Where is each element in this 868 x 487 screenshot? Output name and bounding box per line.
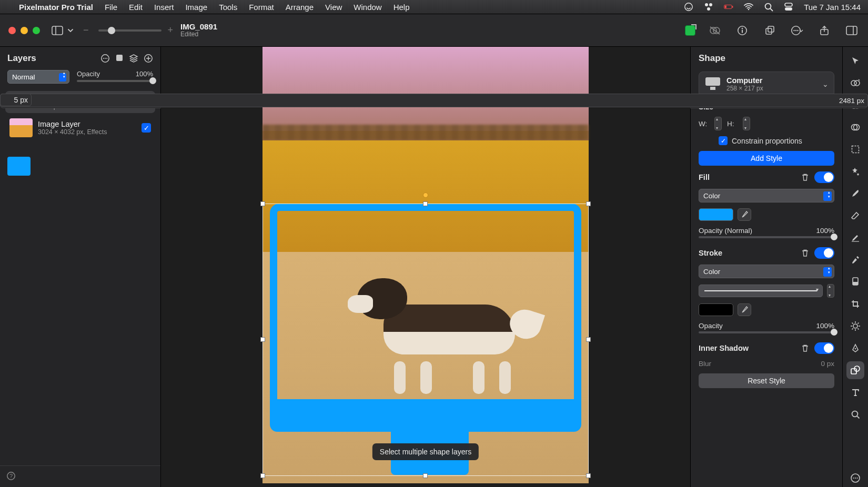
- info-button[interactable]: [734, 23, 750, 38]
- fill-opacity-slider[interactable]: [699, 236, 834, 238]
- figma-status-icon[interactable]: [704, 2, 713, 12]
- blend-mode-select[interactable]: Normal: [7, 70, 69, 84]
- stroke-delete-icon[interactable]: [801, 249, 809, 257]
- menu-file[interactable]: File: [105, 3, 117, 12]
- inner-shadow-delete-icon[interactable]: [801, 344, 809, 352]
- fill-type-select[interactable]: Color: [699, 189, 834, 202]
- svg-point-32: [106, 58, 107, 59]
- tool-zoom[interactable]: [846, 405, 864, 423]
- sidebar-toggle-button[interactable]: [49, 23, 65, 38]
- tool-retouch[interactable]: [846, 229, 864, 247]
- layers-options-icon[interactable]: [100, 54, 110, 63]
- stroke-opacity-value: 100%: [816, 322, 834, 330]
- fill-color-picker-icon[interactable]: [738, 208, 751, 221]
- reset-style-button[interactable]: Reset Style: [699, 373, 834, 388]
- window-close[interactable]: [8, 27, 16, 34]
- stroke-type-select[interactable]: Color: [699, 265, 834, 278]
- menu-help[interactable]: Help: [393, 3, 410, 12]
- document-title[interactable]: IMG_0891 Edited: [180, 23, 217, 37]
- layer-row-image[interactable]: Image Layer 3024 × 4032 px, Effects ✓: [5, 115, 155, 140]
- menu-insert[interactable]: Insert: [154, 3, 174, 12]
- stroke-color-swatch[interactable]: [699, 303, 733, 316]
- stroke-toggle[interactable]: [814, 247, 834, 259]
- tool-style[interactable]: [846, 74, 864, 92]
- battery-icon[interactable]: [724, 2, 733, 12]
- effects-browser-button[interactable]: [707, 23, 723, 38]
- layers-view-thumb-icon[interactable]: [115, 54, 124, 63]
- inner-shadow-toggle[interactable]: [814, 342, 834, 354]
- stroke-opacity-slider[interactable]: [699, 331, 834, 333]
- svg-rect-49: [853, 282, 858, 285]
- inspector-toggle-button[interactable]: [844, 23, 860, 38]
- fill-toggle[interactable]: [814, 171, 834, 183]
- canvas-artboard[interactable]: Select multiple shape layers: [263, 47, 589, 483]
- tool-erase[interactable]: [846, 207, 864, 225]
- app-name-menu[interactable]: Pixelmator Pro Trial: [19, 3, 93, 12]
- more-options-button[interactable]: [789, 23, 805, 38]
- constrain-checkbox[interactable]: ✓: [719, 136, 728, 145]
- svg-text:?: ?: [9, 473, 13, 479]
- fill-opacity-label[interactable]: Opacity (Normal): [699, 227, 752, 235]
- tool-selection[interactable]: [846, 140, 864, 158]
- fill-delete-icon[interactable]: [801, 173, 809, 181]
- add-style-button[interactable]: Add Style: [699, 151, 834, 166]
- tool-repair[interactable]: [846, 163, 864, 180]
- width-label: W:: [699, 120, 709, 128]
- zoom-slider[interactable]: [98, 29, 162, 32]
- layers-add-icon[interactable]: [144, 54, 153, 63]
- height-field[interactable]: 2481 px: [690, 94, 842, 107]
- tool-pen[interactable]: [846, 339, 864, 357]
- tool-color-picker[interactable]: [846, 251, 864, 269]
- svg-line-57: [857, 323, 859, 324]
- menu-format[interactable]: Format: [249, 3, 274, 12]
- svg-rect-47: [852, 241, 859, 242]
- zoom-minus[interactable]: −: [83, 25, 89, 36]
- svg-rect-12: [52, 26, 63, 35]
- menu-view[interactable]: View: [325, 3, 342, 12]
- stroke-style-select[interactable]: [699, 285, 823, 297]
- rotation-handle[interactable]: [423, 192, 428, 198]
- inspector-title: Shape: [699, 53, 834, 64]
- sidebar-options-chevron-icon[interactable]: [65, 23, 76, 38]
- height-stepper[interactable]: [743, 117, 750, 130]
- tool-paint[interactable]: [846, 185, 864, 202]
- layer-visibility-checkbox[interactable]: ✓: [142, 123, 151, 133]
- window-zoom[interactable]: [33, 27, 40, 34]
- menu-image[interactable]: Image: [185, 3, 207, 12]
- stroke-color-picker-icon[interactable]: [738, 303, 751, 316]
- menu-edit[interactable]: Edit: [129, 3, 143, 12]
- menu-tools[interactable]: Tools: [219, 3, 237, 12]
- share-button[interactable]: [816, 23, 832, 38]
- spotlight-icon[interactable]: [764, 2, 773, 12]
- tool-shape[interactable]: [846, 361, 864, 379]
- tool-more[interactable]: [846, 469, 864, 487]
- svg-point-65: [853, 478, 854, 479]
- tool-fill[interactable]: [846, 273, 864, 291]
- width-stepper[interactable]: [714, 117, 722, 130]
- tool-arrange[interactable]: [846, 52, 864, 70]
- layers-stack-icon[interactable]: [129, 54, 138, 63]
- menu-arrange[interactable]: Arrange: [286, 3, 314, 12]
- svg-line-55: [852, 323, 853, 324]
- tool-light[interactable]: [846, 317, 864, 335]
- tool-crop[interactable]: [846, 295, 864, 313]
- menu-window[interactable]: Window: [354, 3, 381, 12]
- fill-color-swatch[interactable]: [699, 208, 733, 221]
- shape-preset-selector[interactable]: Computer 258 × 217 px ⌄: [699, 72, 834, 97]
- stroke-width-stepper[interactable]: [827, 284, 834, 298]
- window-minimize[interactable]: [21, 27, 28, 34]
- svg-point-40: [854, 80, 860, 86]
- control-center-icon[interactable]: [784, 2, 793, 12]
- cc-status-icon[interactable]: [684, 2, 693, 12]
- layer-opacity-slider[interactable]: [77, 80, 153, 82]
- tool-type[interactable]: [846, 383, 864, 401]
- zoom-plus[interactable]: +: [168, 25, 174, 36]
- duplicate-button[interactable]: [762, 23, 778, 38]
- selection-box[interactable]: [263, 204, 589, 476]
- foreground-color-button[interactable]: [685, 25, 695, 36]
- layers-help-icon[interactable]: ?: [6, 471, 16, 481]
- tool-effects[interactable]: [846, 118, 864, 136]
- chevron-down-icon: ⌄: [822, 80, 829, 88]
- menubar-clock[interactable]: Tue 7 Jan 15:44: [804, 3, 861, 12]
- wifi-icon[interactable]: [744, 2, 753, 12]
